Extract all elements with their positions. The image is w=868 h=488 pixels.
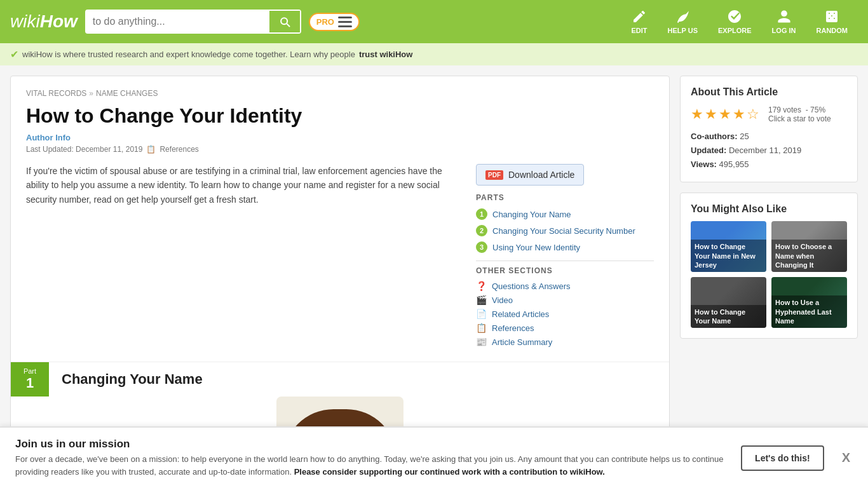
references-list-icon: 📋 <box>476 323 487 333</box>
also-thumb-1: How to Change Your Name in New Jersey <box>691 221 766 272</box>
article-body: If you're the victim of spousal abuse or… <box>11 164 669 362</box>
views-row: Views: 495,955 <box>691 158 847 172</box>
logo-wiki: wiki <box>10 11 40 31</box>
nav-edit[interactable]: EDIT <box>621 9 657 34</box>
also-item-2[interactable]: How to Choose a Name when Changing It <box>771 221 847 272</box>
other-video[interactable]: 🎬 Video <box>476 293 654 307</box>
nav-login-label: LOG IN <box>772 27 796 34</box>
logo-how: How <box>40 11 78 31</box>
mission-banner: Join us in our mission For over a decade… <box>0 426 868 481</box>
other-related-label: Related Articles <box>492 309 549 319</box>
other-qa-label: Questions & Answers <box>492 281 571 291</box>
also-item-1[interactable]: How to Change Your Name in New Jersey <box>691 221 766 272</box>
other-video-label: Video <box>492 295 513 305</box>
part-title: Changing Your Name <box>49 362 215 396</box>
search-input[interactable] <box>86 12 269 31</box>
nav-icons: EDIT HELP US EXPLORE LOG IN RANDOM <box>621 9 858 34</box>
hamburger-line <box>338 25 352 27</box>
banner-title: Join us in our mission <box>15 438 726 451</box>
person-icon <box>776 9 792 24</box>
also-thumb-2: How to Choose a Name when Changing It <box>771 221 847 272</box>
toc-divider <box>476 261 654 261</box>
pro-label: PRO <box>316 17 334 27</box>
also-thumb-overlay-4: How to Use a Hyphenated Last Name <box>771 295 847 328</box>
part-badge: Part 1 <box>11 362 49 396</box>
about-title: About This Article <box>691 86 847 98</box>
also-item-4[interactable]: How to Use a Hyphenated Last Name <box>771 277 847 328</box>
breadcrumb: VITAL RECORDS » NAME CHANGES <box>26 89 654 98</box>
part-num-3: 3 <box>476 241 487 253</box>
rating-row: ★★★★☆ 179 votes - 75% Click a star to vo… <box>691 105 847 123</box>
part-word: Part <box>20 367 40 375</box>
hamburger-menu[interactable] <box>338 17 352 27</box>
pencil-icon <box>632 9 647 24</box>
trust-link[interactable]: trust wikiHow <box>359 50 413 59</box>
also-like-title: You Might Also Like <box>691 203 847 215</box>
click-vote[interactable]: Click a star to vote <box>768 114 831 123</box>
search-button[interactable] <box>269 11 300 32</box>
nav-help-us[interactable]: HELP US <box>658 9 708 34</box>
breadcrumb-name-changes[interactable]: NAME CHANGES <box>96 89 158 98</box>
updated-value: December 11, 2019 <box>729 146 801 155</box>
last-updated-text: Last Updated: December 11, 2019 <box>26 145 142 154</box>
also-item-3[interactable]: How to Change Your Name <box>691 277 766 328</box>
part-label-3: Using Your New Identity <box>492 243 580 252</box>
main-layout: VITAL RECORDS » NAME CHANGES How to Chan… <box>0 65 868 481</box>
also-like-grid: How to Change Your Name in New Jersey Ho… <box>691 221 847 328</box>
coauthors-label: Co-authors: <box>691 132 738 141</box>
site-logo[interactable]: wikiHow <box>10 11 78 32</box>
references-label[interactable]: References <box>159 145 198 154</box>
leaf-icon <box>675 9 690 24</box>
article-header: VITAL RECORDS » NAME CHANGES How to Chan… <box>11 76 669 164</box>
other-references[interactable]: 📋 References <box>476 321 654 335</box>
coauthors-row: Co-authors: 25 <box>691 130 847 144</box>
votes-percent: 75% <box>810 105 825 114</box>
references-icon: 📋 <box>146 145 156 154</box>
shield-icon: ✔ <box>10 48 18 60</box>
banner-body: For over a decade, we've been on a missi… <box>15 453 726 478</box>
nav-random[interactable]: RANDOM <box>806 9 858 34</box>
also-thumb-4: How to Use a Hyphenated Last Name <box>771 277 847 328</box>
about-box: About This Article ★★★★☆ 179 votes - 75%… <box>680 76 858 182</box>
other-related[interactable]: 📄 Related Articles <box>476 307 654 321</box>
breadcrumb-vital-records[interactable]: VITAL RECORDS <box>26 89 86 98</box>
author-info[interactable]: Author Info <box>26 133 654 142</box>
article-intro: If you're the victim of spousal abuse or… <box>26 164 461 349</box>
compass-icon <box>727 9 742 24</box>
banner-close-button[interactable]: X <box>839 451 853 465</box>
dice-icon <box>824 9 839 24</box>
part-number: 1 <box>20 375 40 391</box>
video-icon: 🎬 <box>476 295 487 305</box>
vote-info: 179 votes - 75% <box>768 105 831 114</box>
pro-badge[interactable]: PRO <box>309 13 360 31</box>
updated-row: Updated: December 11, 2019 <box>691 144 847 158</box>
download-article-button[interactable]: PDF Download Article <box>476 164 584 186</box>
also-like-box: You Might Also Like How to Change Your N… <box>680 193 858 339</box>
part-item-3[interactable]: 3 Using Your New Identity <box>476 239 654 255</box>
other-references-label: References <box>492 323 534 333</box>
nav-help-label: HELP US <box>668 27 698 34</box>
article-toc: PDF Download Article PARTS 1 Changing Yo… <box>476 164 654 349</box>
banner-bold-text: Please consider supporting our continued… <box>294 467 605 477</box>
other-qa[interactable]: ❓ Questions & Answers <box>476 279 654 293</box>
star-rating[interactable]: ★★★★☆ <box>691 106 761 123</box>
meta-info: Co-authors: 25 Updated: December 11, 201… <box>691 130 847 172</box>
nav-login[interactable]: LOG IN <box>762 9 806 34</box>
part-section: Part 1 Changing Your Name <box>11 362 669 396</box>
nav-explore-label: EXPLORE <box>718 27 752 34</box>
other-summary[interactable]: 📰 Article Summary <box>476 335 654 349</box>
hamburger-line <box>338 17 352 18</box>
trust-text: wikiHow is where trusted research and ex… <box>22 50 355 59</box>
other-sections-label: OTHER SECTIONS <box>476 266 654 275</box>
part-item-1[interactable]: 1 Changing Your Name <box>476 206 654 222</box>
parts-label: PARTS <box>476 193 654 202</box>
nav-random-label: RANDOM <box>817 27 848 34</box>
part-label-1: Changing Your Name <box>492 210 571 219</box>
votes-count: 179 votes <box>768 105 801 114</box>
lets-do-this-button[interactable]: Let's do this! <box>741 445 824 471</box>
other-summary-label: Article Summary <box>492 337 552 347</box>
part-item-2[interactable]: 2 Changing Your Social Security Number <box>476 222 654 239</box>
summary-icon: 📰 <box>476 337 487 347</box>
nav-explore[interactable]: EXPLORE <box>708 9 762 34</box>
also-thumb-3: How to Change Your Name <box>691 277 766 328</box>
